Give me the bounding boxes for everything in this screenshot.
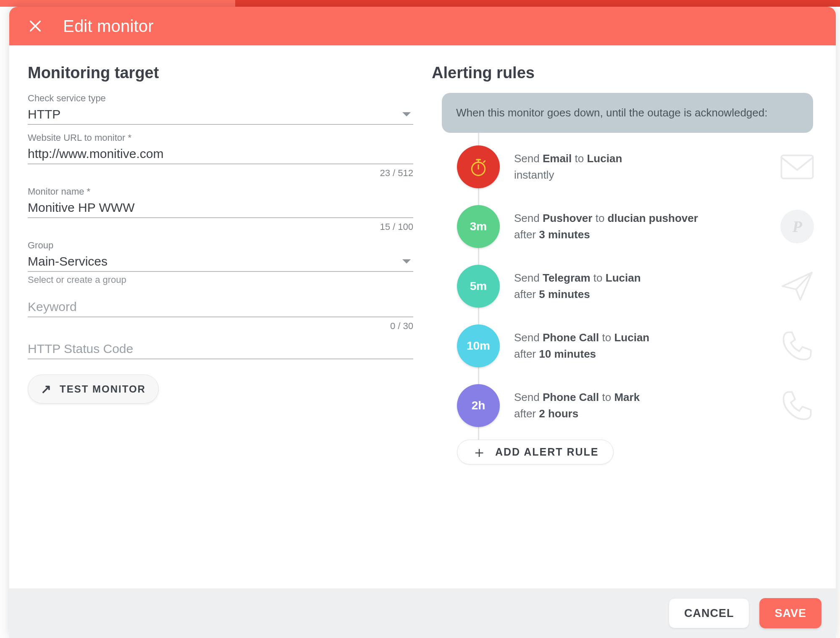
paperplane-icon (777, 269, 817, 303)
phone-icon (777, 329, 817, 363)
field-keyword: 0 / 30 (28, 297, 413, 332)
dialog-footer: CANCEL SAVE (9, 588, 836, 638)
chevron-down-icon (402, 112, 411, 116)
field-service-type: Check service type HTTP (28, 93, 413, 125)
input-keyword[interactable] (28, 300, 413, 314)
pushover-icon: P (777, 210, 817, 243)
select-group-value: Main-Services (28, 254, 402, 269)
select-service-type-value: HTTP (28, 107, 402, 121)
alert-rule-text: Send Phone Call to Markafter 2 hours (514, 389, 763, 422)
monitoring-target-section: Monitoring target Check service type HTT… (28, 64, 413, 580)
section-title-monitoring: Monitoring target (28, 64, 413, 82)
save-button-label: SAVE (774, 607, 806, 620)
alert-rule-text: Send Phone Call to Lucianafter 10 minute… (514, 330, 763, 362)
close-icon[interactable] (26, 17, 45, 35)
keyword-char-counter: 0 / 30 (28, 321, 413, 332)
alert-rule[interactable]: 5mSend Telegram to Lucianafter 5 minutes (457, 256, 817, 316)
alert-rule-text: Send Email to Lucianinstantly (514, 150, 763, 183)
dialog-body: Monitoring target Check service type HTT… (9, 45, 836, 588)
chevron-down-icon (402, 259, 411, 264)
url-char-counter: 23 / 512 (28, 168, 413, 179)
alert-rule[interactable]: 2hSend Phone Call to Markafter 2 hours (457, 376, 817, 435)
name-char-counter: 15 / 100 (28, 221, 413, 232)
test-monitor-button[interactable]: ↗ TEST MONITOR (28, 374, 159, 403)
edit-monitor-dialog: Edit monitor Monitoring target Check ser… (9, 7, 836, 638)
label-group: Group (28, 240, 413, 251)
mail-icon (777, 150, 817, 184)
field-status-code (28, 339, 413, 359)
input-status-code[interactable] (28, 342, 413, 356)
alert-info-box: When this monitor goes down, until the o… (442, 93, 813, 133)
alerting-rules-section: Alerting rules When this monitor goes do… (432, 64, 817, 580)
section-title-alerting: Alerting rules (432, 64, 817, 82)
cancel-button[interactable]: CANCEL (669, 598, 750, 628)
select-group[interactable]: Main-Services (28, 252, 413, 272)
alert-timeline: Send Email to Lucianinstantly3mSend Push… (457, 133, 817, 464)
delay-badge: 5m (457, 265, 500, 308)
svg-line-6 (484, 161, 485, 162)
label-url: Website URL to monitor * (28, 132, 413, 143)
alert-rule[interactable]: 3mSend Pushover to dlucian pushoverafter… (457, 197, 817, 256)
phone-icon (777, 389, 817, 422)
label-monitor-name: Monitor name * (28, 186, 413, 197)
stopwatch-icon (457, 145, 500, 188)
group-helper-text: Select or create a group (28, 274, 413, 285)
field-group: Group Main-Services Select or create a g… (28, 240, 413, 285)
arrow-up-right-icon: ↗ (41, 382, 52, 396)
delay-badge: 2h (457, 384, 500, 427)
select-service-type[interactable]: HTTP (28, 105, 413, 125)
input-url[interactable] (28, 147, 413, 161)
field-monitor-name: Monitor name * 15 / 100 (28, 186, 413, 232)
add-alert-rule-button[interactable]: ＋ ADD ALERT RULE (457, 440, 614, 464)
delay-badge: 3m (457, 205, 500, 248)
svg-line-8 (796, 273, 812, 290)
label-service-type: Check service type (28, 93, 413, 104)
svg-rect-7 (782, 156, 813, 179)
delay-badge: 10m (457, 324, 500, 367)
alert-rule[interactable]: Send Email to Lucianinstantly (457, 137, 817, 197)
input-monitor-name[interactable] (28, 200, 413, 215)
test-monitor-button-label: TEST MONITOR (60, 383, 146, 395)
save-button[interactable]: SAVE (759, 598, 822, 628)
add-alert-rule-button-label: ADD ALERT RULE (495, 446, 599, 458)
dialog-title: Edit monitor (63, 17, 154, 36)
alert-rule[interactable]: 10mSend Phone Call to Lucianafter 10 min… (457, 316, 817, 376)
field-url: Website URL to monitor * 23 / 512 (28, 132, 413, 179)
cancel-button-label: CANCEL (684, 607, 734, 620)
alert-rule-text: Send Pushover to dlucian pushoverafter 3… (514, 210, 763, 243)
alert-rule-text: Send Telegram to Lucianafter 5 minutes (514, 270, 763, 303)
dialog-header: Edit monitor (9, 7, 836, 45)
